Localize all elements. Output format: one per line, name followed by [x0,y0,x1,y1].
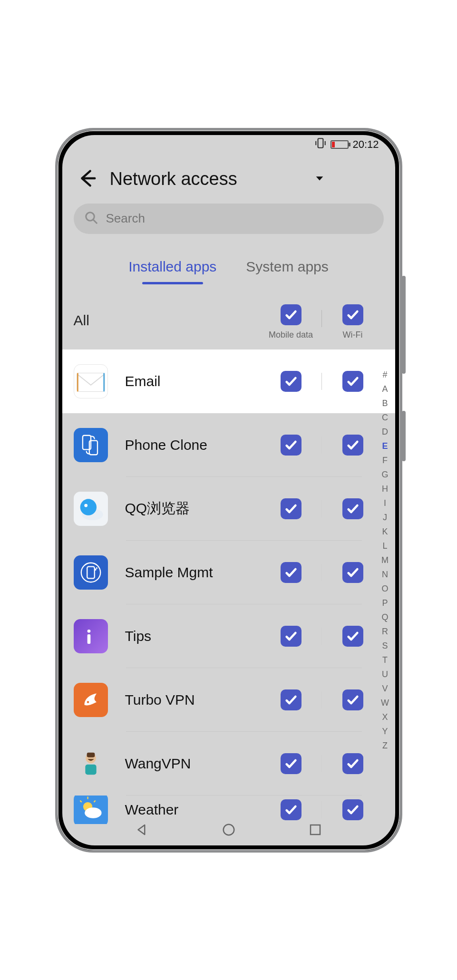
all-wifi-checkbox[interactable] [342,304,363,325]
mobile-checkbox[interactable] [281,435,301,456]
alpha-letter[interactable]: E [379,441,391,451]
svg-point-28 [223,824,234,835]
alpha-letter[interactable]: H [379,484,391,494]
mobile-checkbox[interactable] [281,689,301,710]
app-icon [74,364,108,398]
app-name: Weather [108,802,260,818]
app-name: Turbo VPN [108,692,260,708]
mobile-checkbox[interactable] [281,626,301,647]
app-name: Sample Mgmt [108,564,260,581]
app-icon [74,492,108,526]
alpha-letter[interactable]: A [379,384,391,394]
app-icon [74,619,108,653]
wifi-checkbox[interactable] [342,626,363,647]
tabs: Installed apps System apps [62,238,395,282]
app-icon [74,428,108,462]
app-row[interactable]: Email [62,349,395,413]
alpha-letter[interactable]: P [379,598,391,608]
wifi-checkbox[interactable] [342,562,363,583]
app-name: QQ浏览器 [108,499,260,518]
app-name: Phone Clone [108,437,260,453]
svg-point-13 [81,563,100,582]
alpha-letter[interactable]: Y [379,727,391,737]
svg-line-26 [94,800,95,802]
alpha-letter[interactable]: T [379,655,391,665]
alpha-letter[interactable]: V [379,684,391,694]
app-row[interactable]: QQ浏览器 [62,477,395,541]
wifi-checkbox[interactable] [342,498,363,519]
app-icon [74,555,108,590]
app-row[interactable]: Turbo VPN [62,668,395,732]
alpha-letter[interactable]: M [379,555,391,565]
search-input[interactable] [105,211,373,226]
svg-rect-6 [77,373,78,391]
alpha-letter[interactable]: X [379,712,391,722]
nav-home-button[interactable] [222,823,236,839]
app-name: Tips [108,628,260,644]
svg-point-11 [80,499,96,515]
alpha-letter[interactable]: L [379,541,391,551]
svg-point-16 [96,567,97,569]
wifi-checkbox[interactable] [342,435,363,456]
phone-frame: 20:12 Network access [55,128,402,853]
alpha-letter[interactable]: W [379,698,391,708]
alpha-letter[interactable]: B [379,398,391,408]
svg-rect-0 [318,138,323,148]
app-icon [74,683,108,717]
vibrate-icon [314,137,327,152]
mobile-checkbox[interactable] [281,498,301,519]
volume-rocker [402,276,406,374]
alpha-letter[interactable]: U [379,670,391,679]
alpha-letter[interactable]: S [379,641,391,651]
wifi-checkbox[interactable] [342,689,363,710]
mobile-checkbox[interactable] [281,753,301,774]
alpha-letter[interactable]: F [379,456,391,466]
wifi-label: Wi-Fi [343,330,363,340]
search-bar[interactable] [74,204,384,234]
svg-line-4 [93,219,97,223]
alpha-letter[interactable]: R [379,627,391,637]
nav-recent-button[interactable] [308,823,322,839]
alpha-letter[interactable]: C [379,413,391,423]
app-row[interactable]: Sample Mgmt [62,541,395,604]
alpha-letter[interactable]: Q [379,612,391,622]
alpha-letter[interactable]: N [379,570,391,580]
alpha-letter[interactable]: Z [379,741,391,751]
svg-rect-7 [103,373,105,391]
back-button[interactable] [76,167,97,191]
svg-point-12 [84,504,88,507]
all-mobile-checkbox[interactable] [281,304,301,325]
alpha-letter[interactable]: I [379,498,391,508]
app-row[interactable]: Phone Clone [62,413,395,477]
app-row[interactable]: Tips [62,604,395,668]
wifi-checkbox[interactable] [342,371,363,392]
column-headers: All Mobile data Wi-Fi [62,282,395,349]
svg-rect-14 [87,566,95,578]
alpha-letter[interactable]: G [379,470,391,480]
alpha-letter[interactable]: D [379,427,391,437]
battery-low-icon [331,140,349,149]
app-row[interactable]: WangVPN [62,732,395,796]
alpha-letter[interactable]: J [379,513,391,523]
status-time: 20:12 [352,138,379,151]
alpha-index[interactable]: #ABCDEFGHIJKLMNOPQRSTUVWXYZ [379,370,391,751]
tab-system-apps[interactable]: System apps [244,254,330,280]
svg-point-17 [87,630,90,633]
search-icon [84,211,98,227]
system-nav-bar [62,816,395,845]
page-header: Network access [62,154,395,199]
all-label: All [74,312,260,340]
filter-dropdown[interactable] [314,173,325,185]
svg-rect-29 [311,825,320,834]
svg-rect-22 [85,764,96,775]
nav-back-button[interactable] [135,823,149,839]
mobile-checkbox[interactable] [281,562,301,583]
app-list[interactable]: EmailPhone CloneQQ浏览器Sample MgmtTipsTurb… [62,349,395,824]
alpha-letter[interactable]: O [379,584,391,594]
alpha-letter[interactable]: K [379,527,391,537]
alpha-letter[interactable]: # [379,370,391,380]
mobile-data-label: Mobile data [269,330,313,340]
mobile-checkbox[interactable] [281,371,301,392]
wifi-checkbox[interactable] [342,753,363,774]
tab-installed-apps[interactable]: Installed apps [126,254,218,280]
